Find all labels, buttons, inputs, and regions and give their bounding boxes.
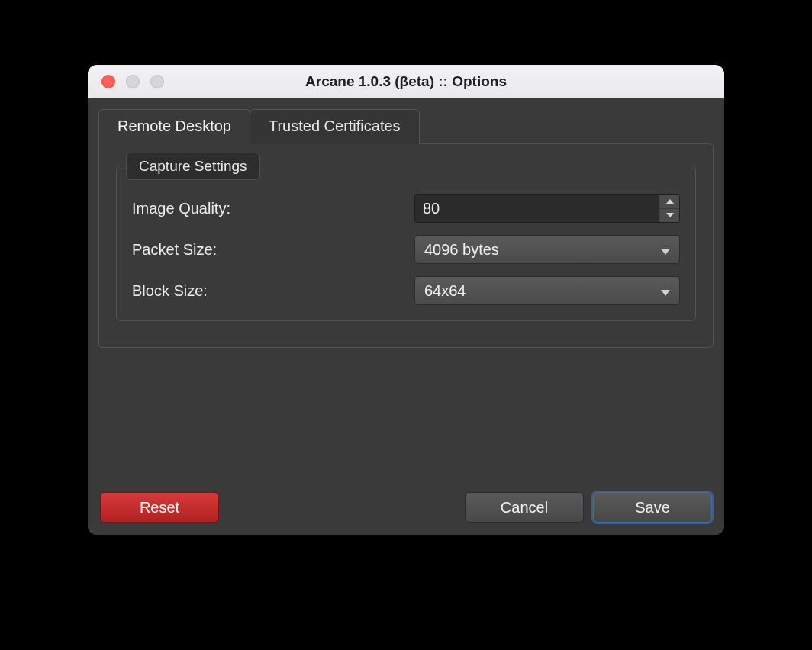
image-quality-stepper[interactable]: 80 (414, 194, 680, 223)
minimize-icon[interactable] (126, 75, 140, 88)
button-label: Cancel (501, 499, 548, 516)
titlebar: Arcane 1.0.3 (βeta) :: Options (88, 65, 724, 98)
tabbar: Remote Desktop Trusted Certificates (98, 109, 714, 144)
image-quality-label: Image Quality: (132, 200, 414, 217)
cancel-button[interactable]: Cancel (465, 492, 584, 523)
tab-panel-remote-desktop: Capture Settings Image Quality: 80 (98, 143, 714, 348)
row-packet-size: Packet Size: 4096 bytes (132, 235, 680, 264)
block-size-label: Block Size: (132, 282, 414, 300)
dialog-footer: Reset Cancel Save (98, 492, 714, 524)
window-title: Arcane 1.0.3 (βeta) :: Options (88, 73, 724, 90)
button-label: Reset (140, 499, 179, 516)
footer-spacer (228, 492, 456, 523)
options-window: Arcane 1.0.3 (βeta) :: Options Remote De… (88, 65, 724, 535)
block-size-value: 64x64 (424, 282, 466, 300)
tab-label: Remote Desktop (118, 117, 231, 134)
traffic-lights (102, 75, 164, 88)
window-body: Remote Desktop Trusted Certificates Capt… (88, 98, 724, 535)
block-size-select[interactable]: 64x64 (414, 276, 680, 305)
zoom-icon[interactable] (150, 75, 164, 88)
stepper-up-icon[interactable] (660, 195, 679, 208)
stepper-down-icon[interactable] (660, 208, 679, 223)
stepper-buttons (659, 195, 679, 222)
chevron-down-icon (661, 241, 670, 259)
image-quality-value[interactable]: 80 (415, 195, 659, 222)
button-label: Save (635, 499, 670, 516)
packet-size-value: 4096 bytes (424, 241, 499, 259)
packet-size-select[interactable]: 4096 bytes (414, 235, 680, 264)
tab-label: Trusted Certificates (269, 117, 401, 134)
reset-button[interactable]: Reset (100, 492, 219, 523)
tab-remote-desktop[interactable]: Remote Desktop (98, 109, 250, 144)
chevron-down-icon (661, 282, 670, 300)
row-block-size: Block Size: 64x64 (132, 276, 680, 305)
save-button[interactable]: Save (593, 492, 712, 523)
tab-trusted-certificates[interactable]: Trusted Certificates (250, 109, 420, 144)
spacer (98, 348, 714, 492)
close-icon[interactable] (102, 75, 115, 88)
packet-size-label: Packet Size: (132, 241, 414, 259)
capture-settings-legend: Capture Settings (126, 153, 260, 180)
capture-settings-group: Capture Settings Image Quality: 80 (116, 166, 696, 321)
row-image-quality: Image Quality: 80 (132, 194, 680, 223)
